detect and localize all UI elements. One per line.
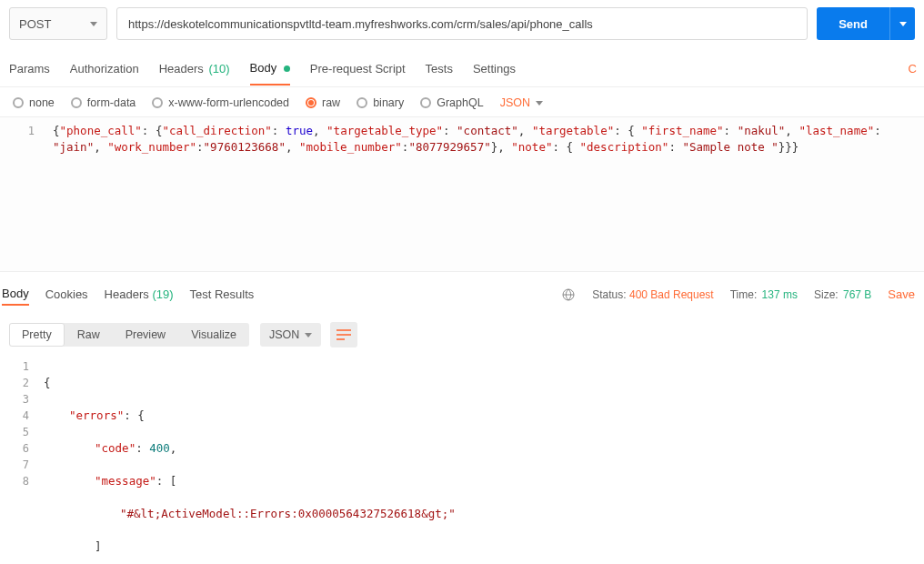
- raw-content-type-select[interactable]: JSON: [500, 96, 543, 109]
- body-type-binary[interactable]: binary: [357, 96, 404, 109]
- response-tab-cookies[interactable]: Cookies: [45, 284, 88, 305]
- tab-headers[interactable]: Headers (10): [159, 53, 230, 85]
- body-type-none[interactable]: none: [13, 96, 55, 109]
- globe-icon: [561, 287, 576, 302]
- response-size: Size: 767 B: [814, 288, 871, 301]
- wrap-lines-button[interactable]: [330, 322, 357, 347]
- tab-tests[interactable]: Tests: [426, 53, 453, 85]
- line-gutter: 12345678: [0, 358, 44, 564]
- tab-prerequest-script[interactable]: Pre-request Script: [310, 53, 406, 85]
- response-content-type-select[interactable]: JSON: [260, 323, 321, 347]
- radio-icon: [152, 97, 163, 108]
- request-url-input[interactable]: [116, 7, 808, 40]
- radio-icon: [71, 97, 82, 108]
- request-body-editor[interactable]: 1 {"phone_call": {"call_direction": true…: [0, 117, 924, 272]
- chevron-down-icon: [899, 22, 907, 26]
- tab-body-label: Body: [250, 61, 277, 75]
- wrap-icon: [336, 328, 352, 341]
- response-status: Status: 400 Bad Request: [592, 288, 713, 301]
- radio-icon: [306, 97, 316, 108]
- send-dropdown-button[interactable]: [889, 7, 915, 40]
- http-method-select[interactable]: POST: [9, 7, 107, 40]
- tab-settings[interactable]: Settings: [473, 53, 516, 85]
- line-gutter: 1: [0, 123, 53, 271]
- view-mode-pretty[interactable]: Pretty: [9, 323, 65, 347]
- tab-headers-count: (10): [208, 62, 229, 76]
- modified-indicator-icon: [284, 65, 290, 72]
- response-tab-test-results[interactable]: Test Results: [190, 284, 255, 305]
- view-mode-visualize[interactable]: Visualize: [178, 323, 249, 347]
- body-type-raw[interactable]: raw: [306, 96, 340, 109]
- chevron-down-icon: [536, 101, 543, 106]
- view-mode-raw[interactable]: Raw: [65, 323, 113, 347]
- radio-icon: [357, 97, 367, 108]
- save-response-button[interactable]: Save: [888, 287, 915, 301]
- radio-icon: [13, 97, 24, 108]
- tab-authorization[interactable]: Authorization: [70, 53, 139, 85]
- send-button[interactable]: Send: [817, 7, 889, 40]
- tabs-overflow-indicator: C: [909, 62, 917, 76]
- response-time: Time: 137 ms: [730, 288, 798, 301]
- response-body-editor[interactable]: 12345678 { "errors": { "code": 400, "mes…: [0, 353, 924, 564]
- radio-icon: [420, 97, 431, 108]
- response-tab-body[interactable]: Body: [2, 283, 29, 306]
- http-method-value: POST: [19, 17, 51, 31]
- response-tab-headers[interactable]: Headers (19): [105, 284, 174, 305]
- body-type-form-data[interactable]: form-data: [71, 96, 136, 109]
- view-mode-preview[interactable]: Preview: [113, 323, 178, 347]
- tab-params[interactable]: Params: [9, 53, 50, 85]
- body-type-xwww[interactable]: x-www-form-urlencoded: [152, 96, 289, 109]
- response-body-code: { "errors": { "code": 400, "message": [ …: [44, 358, 456, 564]
- request-body-code: {"phone_call": {"call_direction": true, …: [53, 123, 924, 271]
- chevron-down-icon: [90, 22, 97, 26]
- body-type-graphql[interactable]: GraphQL: [420, 96, 483, 109]
- tab-headers-label: Headers: [159, 62, 204, 76]
- tab-body[interactable]: Body: [250, 52, 290, 86]
- chevron-down-icon: [305, 333, 312, 337]
- response-view-mode-group: Pretty Raw Preview Visualize: [9, 323, 249, 347]
